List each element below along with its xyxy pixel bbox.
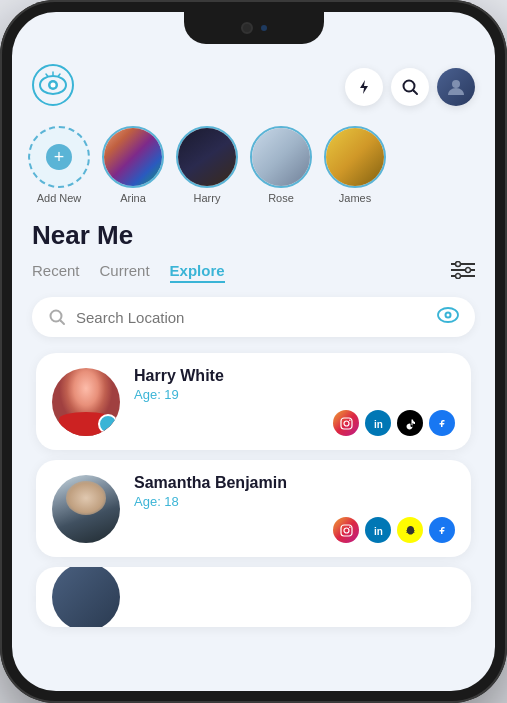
- harry-story-avatar: [176, 126, 238, 188]
- svg-text:in: in: [374, 419, 383, 430]
- svg-point-16: [456, 274, 461, 279]
- search-icon: [48, 308, 66, 326]
- story-arina[interactable]: Arina: [102, 126, 164, 204]
- eye-button[interactable]: [437, 307, 459, 327]
- samantha-facebook-icon[interactable]: [429, 517, 455, 543]
- tab-recent[interactable]: Recent: [32, 262, 80, 283]
- samantha-instagram-icon[interactable]: [333, 517, 359, 543]
- tab-explore[interactable]: Explore: [170, 262, 225, 283]
- notch-camera: [241, 22, 253, 34]
- near-me-section: Near Me Recent Current Explore: [12, 216, 495, 627]
- instagram-icon[interactable]: [333, 410, 359, 436]
- samantha-name: Samantha Benjamin: [134, 474, 455, 492]
- profile-button[interactable]: [437, 68, 475, 106]
- logo[interactable]: [32, 64, 74, 110]
- samantha-info: Samantha Benjamin Age: 18: [134, 474, 455, 543]
- svg-line-6: [58, 74, 60, 77]
- tiktok-icon[interactable]: [397, 410, 423, 436]
- svg-point-21: [447, 314, 450, 317]
- facebook-icon[interactable]: [429, 410, 455, 436]
- add-plus-icon: +: [46, 144, 72, 170]
- harry-white-age: Age: 19: [134, 387, 455, 402]
- harry-white-info: Harry White Age: 19: [134, 367, 455, 436]
- search-button[interactable]: [391, 68, 429, 106]
- svg-line-18: [61, 321, 65, 325]
- svg-text:in: in: [374, 526, 383, 537]
- harry-white-badge: [98, 414, 118, 434]
- linkedin-icon[interactable]: in: [365, 410, 391, 436]
- story-label-add-new: Add New: [37, 192, 82, 204]
- filter-button[interactable]: [451, 261, 475, 283]
- section-title: Near Me: [32, 220, 475, 251]
- samantha-socials: in: [134, 517, 455, 543]
- story-rose[interactable]: Rose: [250, 126, 312, 204]
- harry-white-socials: in: [134, 410, 455, 436]
- phone-screen: + Add New Arina Harry: [12, 12, 495, 691]
- search-bar[interactable]: [32, 297, 475, 337]
- svg-point-25: [349, 419, 351, 421]
- svg-line-5: [46, 74, 48, 77]
- tabs-row: Recent Current Explore: [32, 261, 475, 283]
- story-add-new[interactable]: + Add New: [28, 126, 90, 204]
- svg-point-24: [344, 421, 349, 426]
- samantha-snapchat-icon[interactable]: [397, 517, 423, 543]
- samantha-avatar: [52, 475, 120, 543]
- story-label-rose: Rose: [268, 192, 294, 204]
- notch: [184, 12, 324, 44]
- flash-button[interactable]: [345, 68, 383, 106]
- story-james[interactable]: James: [324, 126, 386, 204]
- svg-point-15: [466, 268, 471, 273]
- svg-point-10: [452, 80, 460, 88]
- people-list: Harry White Age: 19: [32, 353, 475, 627]
- svg-point-29: [349, 526, 351, 528]
- svg-point-28: [344, 528, 349, 533]
- harry-white-name: Harry White: [134, 367, 455, 385]
- harry-white-avatar: [52, 368, 120, 436]
- notch-dot: [261, 25, 267, 31]
- search-input[interactable]: [76, 309, 437, 326]
- phone-frame: + Add New Arina Harry: [0, 0, 507, 703]
- story-label-harry: Harry: [194, 192, 221, 204]
- samantha-linkedin-icon[interactable]: in: [365, 517, 391, 543]
- header-actions: [345, 68, 475, 106]
- svg-point-3: [51, 83, 56, 88]
- person-card-third[interactable]: [36, 567, 471, 627]
- arina-avatar: [102, 126, 164, 188]
- samantha-age: Age: 18: [134, 494, 455, 509]
- story-label-james: James: [339, 192, 371, 204]
- story-label-arina: Arina: [120, 192, 146, 204]
- screen-content: + Add New Arina Harry: [12, 12, 495, 691]
- james-avatar: [324, 126, 386, 188]
- rose-avatar: [250, 126, 312, 188]
- svg-point-14: [456, 262, 461, 267]
- svg-line-9: [414, 91, 418, 95]
- person-card-samantha[interactable]: Samantha Benjamin Age: 18: [36, 460, 471, 557]
- tab-current[interactable]: Current: [100, 262, 150, 283]
- third-avatar: [52, 567, 120, 627]
- header: [12, 52, 495, 118]
- stories-row: + Add New Arina Harry: [12, 118, 495, 216]
- svg-point-22: [104, 420, 112, 428]
- tabs-left: Recent Current Explore: [32, 262, 225, 283]
- person-card-harry-white[interactable]: Harry White Age: 19: [36, 353, 471, 450]
- add-new-avatar: +: [28, 126, 90, 188]
- story-harry[interactable]: Harry: [176, 126, 238, 204]
- svg-marker-7: [360, 80, 368, 94]
